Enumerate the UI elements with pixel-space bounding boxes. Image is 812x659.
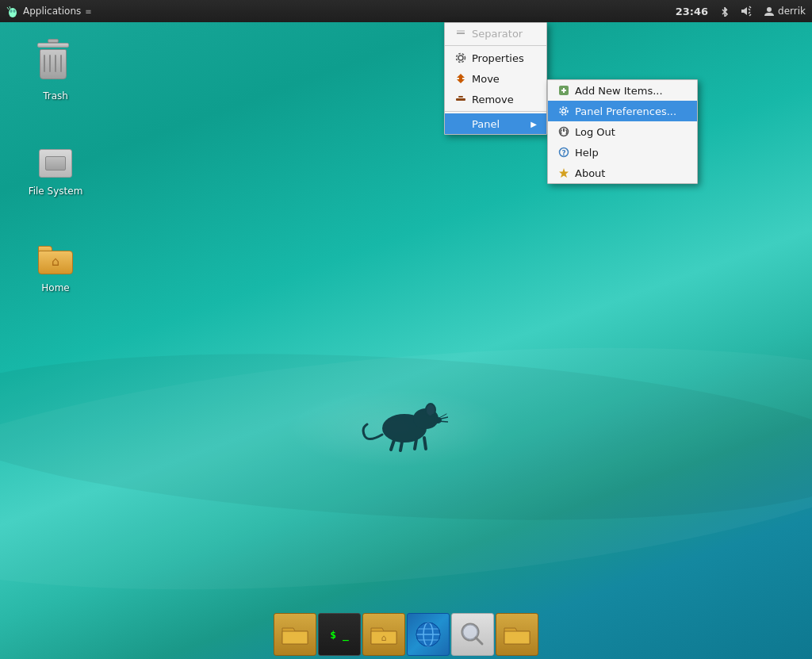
user-button[interactable]: derrik xyxy=(757,0,812,22)
taskbar-item-search[interactable] xyxy=(451,613,494,656)
panel-right: 23:46 xyxy=(669,0,812,22)
taskbar-globe-icon xyxy=(414,620,442,649)
top-panel: Applications ≡ 23:46 xyxy=(0,0,812,22)
svg-line-18 xyxy=(391,440,394,450)
submenu-item-logout[interactable]: Log Out xyxy=(548,121,697,142)
remove-icon xyxy=(454,93,467,105)
svg-line-19 xyxy=(400,442,402,450)
panel-icon xyxy=(454,117,467,130)
folder-icon: ⌂ xyxy=(38,246,73,274)
desktop: Applications ≡ 23:46 xyxy=(0,0,812,659)
taskbar-item-home[interactable]: ⌂ xyxy=(362,613,405,656)
menu-divider-2 xyxy=(445,111,546,112)
submenu-arrow-icon: ▶ xyxy=(530,120,537,128)
move-label: Move xyxy=(472,73,500,85)
trash-line-3 xyxy=(55,55,56,72)
trash-lines xyxy=(44,55,62,72)
rat-silhouette xyxy=(361,389,448,452)
menu-item-remove[interactable]: Remove xyxy=(445,89,546,109)
svg-line-48 xyxy=(476,638,482,644)
bluetooth-icon xyxy=(719,6,730,17)
applications-label: Applications xyxy=(23,6,81,17)
properties-label: Properties xyxy=(472,52,524,64)
home-icon-image: ⌂ xyxy=(36,241,75,279)
taskbar-files2-icon xyxy=(503,622,531,647)
logout-icon xyxy=(557,125,570,138)
svg-line-21 xyxy=(438,421,448,422)
volume-icon xyxy=(740,6,753,17)
taskbar-item-files2[interactable] xyxy=(496,613,538,656)
taskbar-item-browser[interactable] xyxy=(407,613,450,656)
svg-point-14 xyxy=(431,414,435,417)
svg-line-16 xyxy=(415,439,416,449)
svg-point-33 xyxy=(562,109,566,113)
svg-marker-8 xyxy=(741,7,747,15)
menu-indicator: ≡ xyxy=(85,7,91,16)
svg-point-1 xyxy=(10,10,13,13)
add-new-items-label: Add New Items... xyxy=(575,85,663,97)
svg-line-4 xyxy=(10,6,10,9)
taskbar-item-files[interactable] xyxy=(274,613,316,656)
svg-point-34 xyxy=(560,107,568,115)
menu-item-separator[interactable]: Separator xyxy=(445,23,546,44)
about-label: About xyxy=(575,167,605,179)
svg-line-3 xyxy=(7,7,9,10)
submenu-item-panel-preferences[interactable]: Panel Preferences... xyxy=(548,101,697,121)
svg-marker-38 xyxy=(559,168,569,178)
svg-point-0 xyxy=(9,8,17,17)
filesystem-icon-image xyxy=(36,144,75,182)
move-arrow-icon xyxy=(454,72,467,85)
bluetooth-button[interactable] xyxy=(714,0,735,22)
context-menu: Separator Properties Move xyxy=(444,22,547,135)
logout-label: Log Out xyxy=(575,126,615,138)
hdd-icon xyxy=(39,149,72,178)
remove-label: Remove xyxy=(472,94,514,105)
svg-text:?: ? xyxy=(561,149,565,157)
menu-item-properties[interactable]: Properties xyxy=(445,48,546,68)
trash-icon-image xyxy=(36,49,75,87)
svg-point-13 xyxy=(427,404,435,416)
taskbar-search-icon xyxy=(458,620,487,649)
taskbar-files-icon xyxy=(281,622,309,647)
svg-point-26 xyxy=(457,54,465,63)
menu-divider-1 xyxy=(445,45,546,46)
panel-prefs-gear-icon xyxy=(557,105,570,117)
trash-line-4 xyxy=(60,55,62,72)
filesystem-label: File System xyxy=(29,186,83,197)
separator-label: Separator xyxy=(472,28,523,40)
svg-line-17 xyxy=(424,438,426,449)
home-label: Home xyxy=(41,282,69,293)
submenu-item-help[interactable]: ? Help xyxy=(548,142,697,163)
terminal-text: $ _ xyxy=(330,629,348,641)
trash-label: Trash xyxy=(43,90,68,102)
desktop-icon-filesystem[interactable]: File System xyxy=(24,141,87,200)
svg-point-15 xyxy=(434,417,442,423)
menu-item-panel[interactable]: Panel ▶ xyxy=(445,113,546,134)
volume-button[interactable] xyxy=(735,0,757,22)
clock[interactable]: 23:46 xyxy=(669,0,714,22)
star-icon xyxy=(557,167,570,179)
svg-text:⌂: ⌂ xyxy=(381,633,387,643)
panel-label: Panel xyxy=(472,118,500,130)
svg-marker-27 xyxy=(457,74,465,83)
help-circle-icon: ? xyxy=(557,146,570,159)
desktop-icon-home[interactable]: ⌂ Home xyxy=(24,238,87,297)
taskbar-item-terminal[interactable]: $ _ xyxy=(318,613,361,656)
svg-rect-28 xyxy=(456,98,465,101)
add-items-icon xyxy=(557,84,570,97)
properties-gear-icon xyxy=(454,52,467,64)
xfce-icon xyxy=(6,5,19,17)
desktop-icon-trash[interactable]: Trash xyxy=(24,46,87,105)
folder-body: ⌂ xyxy=(38,251,73,274)
submenu-item-about[interactable]: About xyxy=(548,163,697,183)
submenu-item-add-new-items[interactable]: Add New Items... xyxy=(548,80,697,101)
bottom-taskbar: $ _ ⌂ xyxy=(270,610,542,659)
trash-body xyxy=(40,49,67,79)
panel-item-left: Panel xyxy=(454,117,500,130)
applications-menu[interactable]: Applications ≡ xyxy=(0,0,98,22)
folder-house-icon: ⌂ xyxy=(52,254,59,269)
user-icon xyxy=(764,6,775,17)
user-label: derrik xyxy=(778,6,806,17)
menu-item-move[interactable]: Move xyxy=(445,68,546,89)
trash-line-2 xyxy=(49,55,51,72)
